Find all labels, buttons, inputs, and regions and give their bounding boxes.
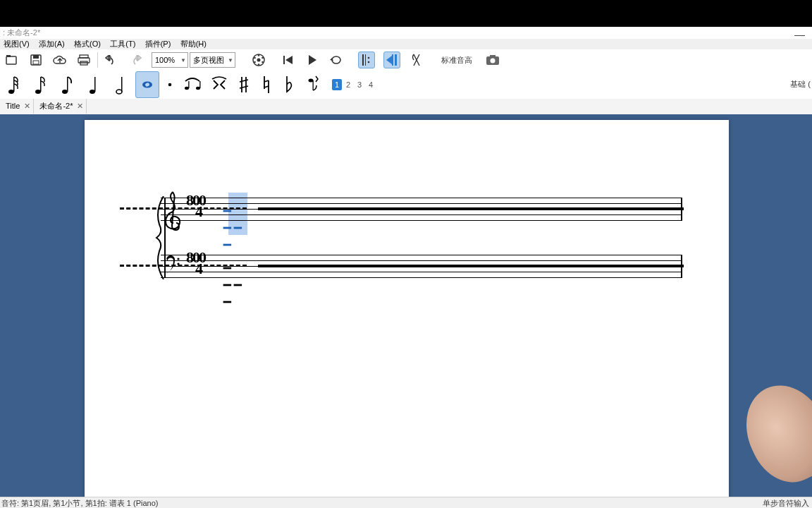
dot-button[interactable] (162, 71, 178, 98)
svg-rect-25 (392, 54, 393, 66)
time-signature-treble: 800 4 (186, 195, 205, 217)
open-button[interactable] (4, 52, 20, 68)
svg-point-42 (168, 83, 172, 87)
close-icon[interactable]: ✕ (24, 99, 30, 114)
play-button[interactable] (304, 52, 320, 68)
svg-point-23 (368, 61, 370, 64)
svg-rect-0 (6, 56, 16, 64)
svg-rect-21 (365, 54, 366, 66)
doc-tab-title[interactable]: Title ✕ (0, 99, 34, 114)
print-button[interactable] (76, 52, 92, 68)
close-icon[interactable]: ✕ (77, 99, 83, 114)
svg-point-29 (491, 59, 496, 64)
svg-point-34 (62, 90, 68, 94)
duration-quarter-button[interactable] (82, 71, 106, 98)
flat-button[interactable] (279, 71, 299, 98)
svg-rect-48 (313, 80, 314, 90)
svg-rect-45 (188, 81, 189, 88)
doc-tab-untitled[interactable]: 未命名-2* ✕ (34, 99, 87, 114)
score-canvas[interactable]: 800 4 ‒ ‒‒ ‒ (0, 114, 812, 497)
svg-rect-28 (490, 55, 496, 57)
menu-help[interactable]: 帮助(H) (177, 39, 210, 49)
svg-point-47 (309, 79, 314, 83)
svg-point-43 (185, 87, 189, 90)
score-page: 800 4 ‒ ‒‒ ‒ (85, 120, 729, 497)
tie-button[interactable] (180, 71, 204, 98)
svg-point-12 (262, 61, 264, 64)
menubar: 视图(V) 添加(A) 格式(O) 工具(T) 插件(P) 帮助(H) (0, 39, 812, 50)
svg-point-44 (196, 87, 200, 90)
svg-point-9 (257, 59, 261, 62)
document-tab-bar: Title ✕ 未命名-2* ✕ (0, 99, 812, 115)
voice-1-button[interactable]: 1 (332, 79, 342, 90)
svg-marker-17 (285, 56, 293, 64)
svg-rect-4 (33, 61, 39, 64)
sharp-button[interactable] (234, 71, 254, 98)
natural-button[interactable] (257, 71, 276, 98)
menu-plugins[interactable]: 插件(P) (142, 39, 175, 49)
repeat-end-button[interactable] (383, 52, 400, 68)
svg-rect-3 (33, 55, 39, 59)
statusbar: 音符: 第1页眉, 第1小节, 第1拍: 谱表 1 (Piano) 单步音符输入 (0, 497, 812, 508)
svg-rect-33 (40, 77, 42, 92)
svg-point-38 (116, 90, 122, 94)
status-right: 单步音符输入 (763, 498, 809, 508)
pan-button[interactable] (409, 52, 424, 68)
view-mode-dropdown[interactable]: 多页视图 ▼ (190, 52, 235, 68)
svg-marker-18 (309, 55, 316, 65)
voice-2-button[interactable]: 2 (343, 79, 353, 90)
svg-rect-20 (362, 54, 364, 66)
svg-point-32 (35, 90, 41, 94)
rewind-button[interactable] (281, 52, 296, 68)
multirest-bar-bass (258, 265, 684, 267)
svg-point-30 (8, 90, 14, 94)
window-black-band (0, 0, 812, 27)
repeat-start-button[interactable] (358, 52, 375, 68)
menu-tools[interactable]: 工具(T) (106, 39, 139, 49)
svg-point-11 (262, 57, 264, 59)
screenshot-button[interactable] (485, 52, 500, 68)
redo-button[interactable] (128, 52, 143, 68)
svg-point-15 (254, 57, 256, 59)
doc-tab-label: 未命名-2* (39, 99, 73, 114)
view-mode-value: 多页视图 (193, 55, 224, 66)
palette-panel-label[interactable]: 基础 ( (790, 79, 811, 90)
svg-point-14 (254, 61, 256, 64)
concert-pitch-button[interactable]: 标准音高 (441, 55, 472, 66)
duration-32nd-button[interactable] (1, 71, 25, 98)
svg-rect-39 (121, 77, 123, 92)
menu-add[interactable]: 添加(A) (35, 39, 68, 49)
svg-rect-37 (94, 77, 96, 92)
svg-point-49 (177, 258, 179, 260)
cloud-button[interactable] (52, 52, 68, 68)
svg-point-36 (90, 90, 95, 94)
zoom-dropdown[interactable]: 100% ▼ (152, 52, 188, 68)
slur-button[interactable] (207, 71, 231, 98)
duration-half-button[interactable] (109, 71, 133, 98)
undo-button[interactable] (104, 52, 119, 68)
svg-rect-1 (6, 55, 11, 57)
duration-16th-button[interactable] (28, 71, 52, 98)
duration-8th-button[interactable] (55, 71, 79, 98)
status-left: 音符: 第1页眉, 第1小节, 第1拍: 谱表 1 (Piano) (1, 498, 159, 508)
doc-tab-label: Title (6, 99, 20, 114)
zoom-value: 100% (155, 56, 175, 64)
note-input-toolbar: 1 2 3 4 基础 ( (0, 71, 812, 99)
chevron-down-icon: ▼ (180, 57, 186, 64)
metronome-button[interactable] (251, 52, 266, 68)
duration-whole-button[interactable] (135, 71, 159, 98)
hand-overlay-decoration (732, 372, 812, 494)
voice-3-button[interactable]: 3 (355, 79, 364, 90)
main-toolbar: 100% ▼ 多页视图 ▼ 标准音高 (0, 49, 812, 71)
time-signature-bass: 800 4 (186, 252, 205, 274)
loop-button[interactable] (328, 52, 344, 68)
multirest-bar-treble (258, 207, 684, 210)
voice-4-button[interactable]: 4 (366, 79, 376, 90)
menu-view[interactable]: 视图(V) (0, 39, 33, 49)
flip-direction-button[interactable] (302, 71, 326, 98)
save-button[interactable] (28, 52, 44, 68)
window-title: : 未命名-2* (0, 28, 40, 37)
svg-rect-16 (283, 56, 285, 64)
menu-format[interactable]: 格式(O) (70, 39, 104, 49)
svg-rect-35 (67, 77, 68, 92)
